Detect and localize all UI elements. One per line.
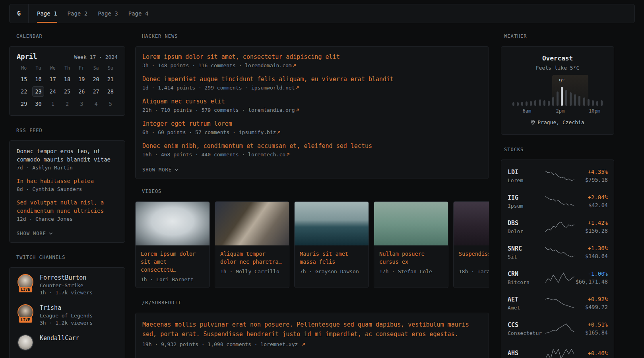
middle-column: HACKER NEWS Lorem ipsum dolor sit amet, … [135, 28, 489, 358]
rss-item-title[interactable]: Sed volutpat nulla nisl, a condimentum n… [17, 198, 118, 215]
show-more-label: SHOW MORE [142, 167, 172, 173]
stock-row[interactable]: AETAmet+0.92%$499.72 [508, 294, 607, 313]
hn-item-title[interactable]: Donec imperdiet augue tincidunt felis al… [142, 76, 482, 83]
calendar-day-cell: 4 [89, 99, 103, 109]
hn-item-meta: 1d · 1,414 points · 299 comments · ipsum… [142, 85, 482, 91]
hn-item-title[interactable]: Aliquam nec cursus elit [142, 98, 482, 105]
weather-hour-bar [561, 87, 563, 106]
external-link-icon [286, 153, 290, 156]
hn-item-title[interactable]: Lorem ipsum dolor sit amet, consectetur … [142, 53, 482, 61]
live-badge: LIVE [19, 317, 32, 323]
tab-page-1[interactable]: Page 1 [32, 4, 62, 23]
hackernews-show-more-button[interactable]: SHOW MORE [142, 167, 178, 173]
weather-hour-bar [548, 101, 550, 106]
twitch-channel-item[interactable]: KendallCarr [17, 335, 118, 350]
app-logo: G [10, 4, 29, 23]
calendar-header: April Week 17 · 2024 [17, 53, 118, 60]
video-info: Lorem ipsum dolor sit amet consectetu…1h… [136, 245, 209, 288]
stock-row[interactable]: AHS+0.46% [508, 344, 607, 358]
video-thumbnail[interactable] [136, 202, 209, 245]
calendar-day-cell: 23 [31, 86, 45, 97]
hackernews-item-list: Lorem ipsum dolor sit amet, consectetur … [142, 53, 482, 158]
stock-row[interactable]: CCSConsectetur+0.51%$165.84 [508, 319, 607, 338]
tab-page-3[interactable]: Page 3 [93, 4, 123, 23]
stock-row[interactable]: CRNBitcorn-1.00%$66,171.48 [508, 268, 607, 287]
calendar-day-cell: 24 [46, 86, 60, 97]
video-thumbnail[interactable] [215, 202, 289, 245]
hn-item-domain[interactable]: loremlandia.org [248, 107, 295, 113]
calendar-day: 30 [32, 99, 44, 109]
subreddit-widget: Maecenas mollis pulvinar erat non posuer… [135, 313, 489, 358]
hn-item-domain[interactable]: ipsumify.biz [239, 129, 276, 135]
video-title[interactable]: Aliquam tempor dolor nec pharetra… [220, 250, 284, 266]
calendar-day-cell: 27 [89, 86, 103, 97]
channel-avatar [17, 335, 34, 350]
calendar-day-cell: 18 [60, 74, 74, 84]
channel-name: KendallCarr [40, 335, 79, 342]
video-thumbnail[interactable] [295, 202, 369, 245]
twitch-channel-item[interactable]: LIVEForrestBurtonCounter-Strike1h · 1.7k… [17, 274, 118, 296]
weather-hour-bar [552, 97, 554, 106]
hn-item-domain[interactable]: ipsumworld.net [251, 85, 295, 91]
video-meta: 1h · Lori Barnett [141, 276, 204, 282]
subreddit-post-domain[interactable]: loremnet.xyz [260, 341, 298, 347]
twitch-section-label: TWITCH CHANNELS [16, 255, 125, 260]
calendar-weekday-row: MoTuWeThFrSaSu [17, 65, 118, 71]
stock-values-block: +4.35%$795.18 [574, 169, 608, 183]
tab-page-2[interactable]: Page 2 [62, 4, 93, 23]
stock-row[interactable]: SNRCSit+1.36%$148.64 [508, 243, 607, 262]
videos-section-label: VIDEOS [142, 189, 489, 194]
calendar-day-cell: 28 [103, 86, 118, 97]
rss-item-title[interactable]: In hac habitasse platea [17, 177, 118, 185]
video-title[interactable]: Nullam posuere cursus ex [379, 250, 443, 266]
channel-avatar: LIVE [17, 274, 34, 290]
hn-item-domain[interactable]: loremdomain.com [245, 62, 291, 68]
stock-sparkline [545, 272, 574, 283]
live-badge: LIVE [19, 287, 32, 292]
stock-values-block: +1.36%$148.64 [574, 245, 608, 259]
weather-hour-bar [583, 97, 585, 106]
weather-hour-bar [534, 100, 536, 106]
video-meta: 17h · Stefan Cole [379, 268, 443, 274]
subreddit-post-title[interactable]: Maecenas mollis pulvinar erat non posuer… [142, 320, 482, 339]
video-title[interactable]: Suspendisse diam [459, 250, 489, 266]
calendar-day: 21 [105, 74, 116, 84]
video-meta: 7h · Grayson Dawson [300, 268, 363, 274]
weather-hour-bar [557, 91, 559, 106]
video-thumbnail[interactable] [374, 202, 448, 245]
stock-name: Consectetur [508, 330, 545, 336]
rss-show-more-button[interactable]: SHOW MORE [17, 231, 53, 236]
stock-name: Amet [508, 305, 545, 311]
channel-info: ForrestBurtonCounter-Strike1h · 1.7k vie… [40, 274, 93, 296]
calendar-day-cell: 21 [103, 74, 118, 84]
stock-row[interactable]: DBSDolor+1.42%$156.28 [508, 217, 607, 236]
stock-row[interactable]: IIGIpsum+2.84%$42.04 [508, 192, 607, 211]
rss-item-meta: 7d · Ashlyn Martin [17, 165, 118, 171]
video-title[interactable]: Mauris sit amet massa felis [300, 250, 363, 266]
rss-item-title[interactable]: Donec tempor eros leo, ut commodo mauris… [17, 147, 118, 164]
calendar-day-cell: 30 [31, 99, 45, 109]
video-meta: 18h · Tara [459, 268, 489, 274]
stock-price: $42.04 [574, 202, 608, 208]
stock-symbol-block: AETAmet [508, 296, 545, 311]
hn-item-title[interactable]: Integer eget rutrum lorem [142, 120, 482, 128]
video-thumbnail[interactable] [454, 202, 489, 245]
channel-info: KendallCarr [40, 335, 79, 342]
twitch-channel-item[interactable]: LIVETrishaLeague of Legends3h · 1.2k vie… [17, 304, 118, 326]
weather-hour-bar [570, 92, 572, 106]
calendar-day-cell: 29 [17, 99, 31, 109]
calendar-day: 15 [18, 74, 30, 84]
stock-symbol-block: CRNBitcorn [508, 270, 545, 285]
external-link-icon [296, 108, 299, 112]
stock-row[interactable]: LDILorem+4.35%$795.18 [508, 166, 607, 185]
hn-item-domain[interactable]: loremtech.co [248, 152, 285, 158]
video-title[interactable]: Lorem ipsum dolor sit amet consectetu… [141, 250, 204, 274]
tab-page-4[interactable]: Page 4 [123, 4, 154, 23]
hn-item-meta: 3h · 148 points · 116 comments · loremdo… [142, 62, 482, 68]
rss-section-label: RSS FEED [16, 128, 125, 133]
hn-item: Donec enim nibh, condimentum et accumsan… [142, 142, 482, 158]
left-column: CALENDAR April Week 17 · 2024 MoTuWeThFr… [9, 28, 125, 358]
hn-item-title[interactable]: Donec enim nibh, condimentum et accumsan… [142, 142, 482, 150]
stock-values-block: +0.92%$499.72 [574, 296, 608, 310]
rss-item: Sed volutpat nulla nisl, a condimentum n… [17, 198, 118, 222]
